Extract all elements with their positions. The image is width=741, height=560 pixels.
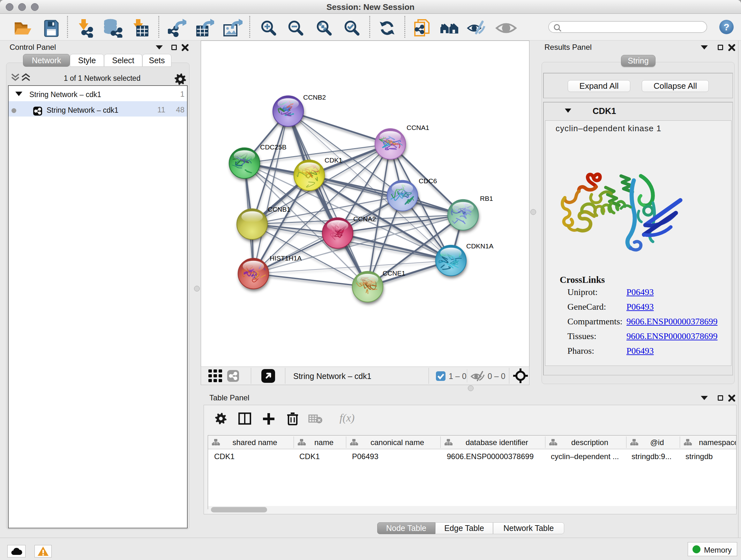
- svg-text:CCNB2: CCNB2: [303, 94, 326, 101]
- svg-text:RB1: RB1: [480, 195, 493, 202]
- svg-text:CCNA2: CCNA2: [353, 215, 376, 223]
- svg-text:CDKN1A: CDKN1A: [466, 242, 493, 250]
- svg-text:CDK1: CDK1: [325, 157, 342, 164]
- svg-text:CDC6: CDC6: [419, 177, 437, 185]
- svg-text:CCNA1: CCNA1: [407, 124, 429, 131]
- svg-text:CCNE1: CCNE1: [383, 269, 405, 277]
- svg-text:CCNB1: CCNB1: [268, 206, 290, 213]
- svg-text:HIST1H1A: HIST1H1A: [270, 254, 301, 262]
- svg-text:CDC25B: CDC25B: [260, 143, 286, 151]
